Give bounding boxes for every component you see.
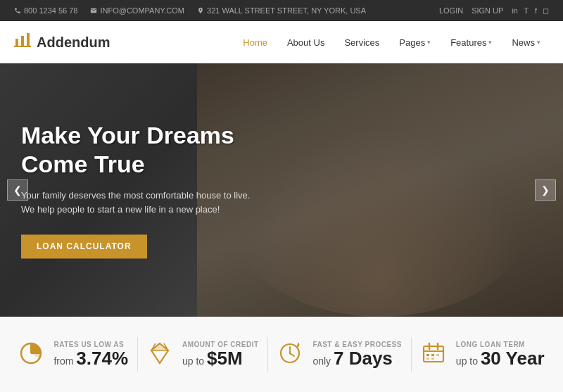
signup-link[interactable]: SIGN UP bbox=[472, 6, 503, 15]
svg-rect-24 bbox=[426, 358, 429, 360]
address-info: 321 WALL STREET STREET, NY YORK, USA bbox=[197, 6, 366, 15]
linkedin-icon[interactable]: in bbox=[512, 6, 518, 15]
features-dropdown-arrow: ▾ bbox=[488, 39, 492, 46]
stat-rates: RATES US LOW AS from 3.74% bbox=[18, 341, 128, 369]
top-bar-actions: LOGIN SIGN UP in 𝕋 f ◻ bbox=[439, 6, 549, 15]
nav-pages[interactable]: Pages ▾ bbox=[391, 32, 439, 53]
svg-rect-0 bbox=[15, 39, 18, 46]
main-nav: Home About Us Services Pages ▾ Features … bbox=[234, 32, 549, 53]
stat-credit-value: up to $5M bbox=[182, 348, 259, 369]
divider-1 bbox=[137, 337, 138, 372]
hero-title: Make Your DreamsCome True bbox=[21, 121, 250, 179]
loan-calculator-button[interactable]: LOAN CALCULATOR bbox=[21, 235, 147, 259]
calendar-icon bbox=[421, 341, 446, 369]
divider-3 bbox=[411, 337, 412, 372]
nav-about[interactable]: About Us bbox=[279, 32, 333, 53]
svg-point-15 bbox=[289, 352, 291, 354]
svg-rect-23 bbox=[436, 354, 439, 356]
hero-next-button[interactable]: ❯ bbox=[535, 179, 556, 201]
twitter-icon[interactable]: 𝕋 bbox=[524, 6, 529, 15]
stat-rates-text: RATES US LOW AS from 3.74% bbox=[53, 341, 128, 369]
svg-rect-22 bbox=[431, 354, 434, 356]
divider-2 bbox=[267, 337, 268, 372]
nav-features[interactable]: Features ▾ bbox=[442, 32, 500, 53]
logo-text: Addendum bbox=[37, 34, 110, 51]
header: Addendum Home About Us Services Pages ▾ … bbox=[0, 21, 563, 63]
facebook-icon[interactable]: f bbox=[535, 6, 537, 15]
top-bar-contact: 800 1234 56 78 INFO@COMPANY.COM 321 WALL… bbox=[14, 6, 366, 15]
login-link[interactable]: LOGIN bbox=[439, 6, 463, 15]
top-bar: 800 1234 56 78 INFO@COMPANY.COM 321 WALL… bbox=[0, 0, 563, 21]
svg-rect-25 bbox=[431, 358, 434, 360]
clock-icon bbox=[277, 341, 303, 369]
stat-credit: AMOUNT OF CREDIT up to $5M bbox=[147, 341, 259, 369]
stat-credit-text: AMOUNT OF CREDIT up to $5M bbox=[182, 341, 259, 369]
arrow-left-icon: ❮ bbox=[13, 184, 22, 196]
stat-process-text: FAST & EASY PROCESS only 7 Days bbox=[312, 341, 402, 369]
pages-dropdown-arrow: ▾ bbox=[427, 39, 431, 46]
stat-term: LONG LOAN TERM up to 30 Year bbox=[421, 341, 545, 369]
svg-rect-2 bbox=[27, 33, 30, 46]
pie-chart-icon bbox=[18, 341, 44, 369]
logo-icon bbox=[14, 32, 31, 53]
nav-services[interactable]: Services bbox=[336, 32, 388, 53]
logo[interactable]: Addendum bbox=[14, 32, 110, 53]
svg-rect-1 bbox=[21, 36, 24, 46]
social-icons: in 𝕋 f ◻ bbox=[512, 6, 549, 15]
phone-info: 800 1234 56 78 bbox=[14, 6, 77, 15]
stat-rates-value: from 3.74% bbox=[53, 348, 128, 369]
arrow-right-icon: ❯ bbox=[541, 184, 550, 196]
svg-rect-21 bbox=[426, 354, 429, 356]
stats-bar: RATES US LOW AS from 3.74% AMOUNT OF CRE… bbox=[0, 317, 563, 392]
stat-process-value: only 7 Days bbox=[312, 348, 402, 369]
stat-process: FAST & EASY PROCESS only 7 Days bbox=[277, 341, 402, 369]
hero-prev-button[interactable]: ❮ bbox=[7, 179, 28, 201]
email-info: INFO@COMPANY.COM bbox=[90, 6, 184, 15]
diamond-icon bbox=[147, 341, 172, 369]
hero-section: Make Your DreamsCome True Your family de… bbox=[0, 63, 563, 317]
nav-news[interactable]: News ▾ bbox=[503, 32, 549, 53]
svg-rect-3 bbox=[14, 46, 31, 47]
news-dropdown-arrow: ▾ bbox=[537, 39, 540, 46]
stat-term-text: LONG LOAN TERM up to 30 Year bbox=[456, 341, 545, 369]
hero-content: Make Your DreamsCome True Your family de… bbox=[21, 121, 250, 258]
hero-subtitle: Your family deserves the most comfortabl… bbox=[21, 189, 250, 218]
instagram-icon[interactable]: ◻ bbox=[543, 6, 549, 15]
stat-term-value: up to 30 Year bbox=[456, 348, 545, 369]
nav-home[interactable]: Home bbox=[234, 32, 276, 53]
